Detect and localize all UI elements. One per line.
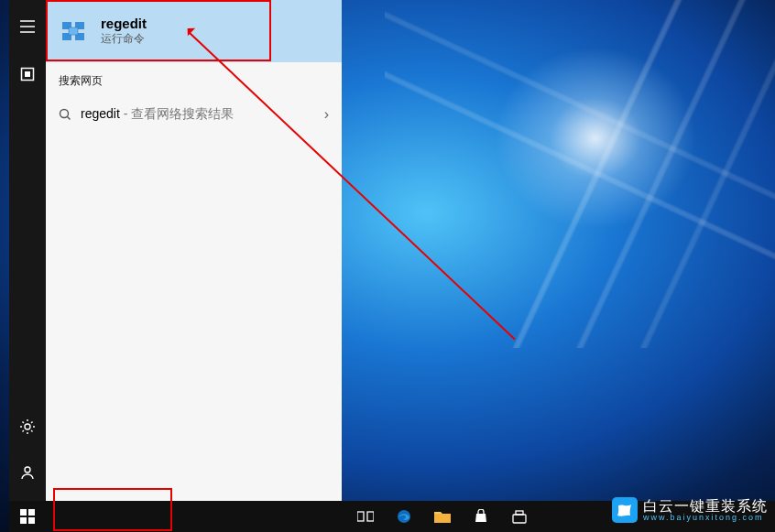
pinned-app-icon[interactable] (9, 59, 46, 90)
regedit-app-icon (59, 16, 88, 46)
web-search-result[interactable]: regedit - 查看网络搜索结果 › (46, 96, 342, 133)
start-rail (9, 0, 46, 501)
web-result-suffix: - 查看网络搜索结果 (120, 106, 234, 121)
svg-rect-16 (367, 512, 374, 521)
store-icon[interactable] (464, 501, 498, 532)
best-match-result[interactable]: regedit 运行命令 (46, 0, 342, 62)
search-results-panel: regedit 运行命令 搜索网页 regedit - 查看网络搜索结果 › (46, 0, 342, 501)
web-result-query: regedit (81, 106, 120, 121)
svg-rect-15 (357, 512, 364, 521)
svg-point-2 (25, 424, 30, 429)
svg-rect-12 (28, 509, 35, 516)
file-explorer-icon[interactable] (425, 501, 460, 532)
svg-point-9 (60, 110, 69, 118)
search-icon (59, 108, 71, 121)
start-button[interactable] (9, 501, 46, 532)
chevron-right-icon: › (324, 106, 329, 123)
user-account-icon[interactable] (9, 457, 46, 488)
svg-rect-13 (20, 517, 27, 524)
hamburger-menu-icon[interactable] (9, 11, 46, 42)
edge-browser-icon[interactable] (387, 501, 421, 532)
settings-gear-icon[interactable] (9, 411, 46, 442)
svg-rect-14 (28, 517, 35, 524)
app-icon[interactable] (502, 501, 537, 532)
svg-point-3 (25, 467, 30, 472)
best-match-title: regedit (101, 16, 147, 31)
svg-rect-18 (434, 514, 451, 523)
svg-rect-11 (20, 509, 27, 516)
task-view-icon[interactable] (348, 501, 383, 532)
taskbar (9, 501, 775, 532)
web-section-header: 搜索网页 (46, 62, 342, 96)
svg-rect-1 (25, 71, 30, 77)
svg-rect-19 (513, 515, 526, 523)
svg-rect-8 (69, 27, 78, 35)
best-match-subtitle: 运行命令 (101, 31, 147, 47)
svg-rect-20 (516, 511, 523, 515)
